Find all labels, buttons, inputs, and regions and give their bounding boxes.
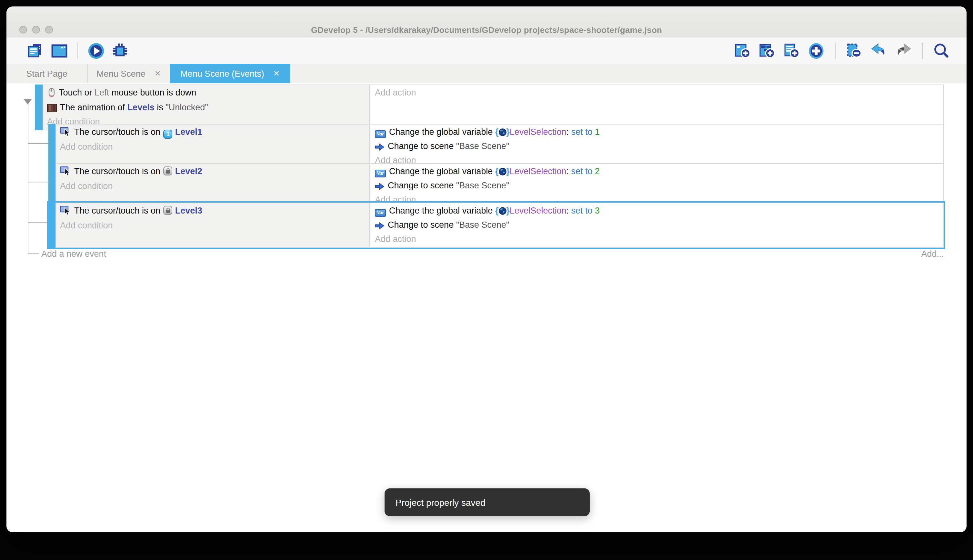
action-text: Change the global variable [389,167,495,176]
cursor-icon [60,127,71,140]
condition-text: is [155,102,166,112]
tree-line [28,253,39,253]
variable-name: LevelSelection [510,206,566,215]
condition-text: The cursor/touch is on [74,206,163,215]
event-level3[interactable]: The cursor/touch is on Level3 Add condit… [48,203,944,247]
add-action-link[interactable]: Add action [375,87,943,99]
event-marker-bar [48,163,55,208]
tree-line [28,183,48,183]
play-icon[interactable] [88,43,105,59]
action-row[interactable]: Change to scene "Base Scene" [375,179,943,193]
action-row[interactable]: VarChange the global variable {}LevelSel… [375,205,943,218]
change-scene-icon [375,220,385,233]
event-root[interactable]: Touch or Left mouse button is down The a… [35,85,944,130]
project-manager-icon[interactable] [27,43,44,59]
close-tab-icon[interactable]: ✕ [155,69,161,78]
search-icon[interactable] [933,43,950,59]
tab-menu-scene-events[interactable]: Menu Scene (Events) ✕ [170,64,290,83]
operator-text: set to [571,167,595,176]
sprite-thumbnail-icon [47,103,57,115]
action-text: Change the global variable [389,127,495,137]
change-scene-icon [375,181,385,193]
mouse-icon [47,88,55,101]
toast-notification: Project properly saved [385,488,590,516]
conditions-column: The cursor/touch is on Level2 Add condit… [56,164,370,207]
condition-row[interactable]: The cursor/touch is on Level3 [60,205,369,219]
object-name: Level3 [175,206,202,215]
add-event-icon[interactable] [734,43,751,59]
condition-row[interactable]: The cursor/touch is on Level2 [60,165,369,180]
scene-editor-icon[interactable] [51,43,68,59]
tree-line [28,222,48,223]
condition-row[interactable]: Touch or Left mouse button is down [47,87,369,101]
lock-icon [163,206,173,215]
condition-param: Left [95,88,109,97]
tree-line [28,143,48,144]
add-subevent-icon[interactable] [759,43,776,59]
action-row[interactable]: VarChange the global variable {}LevelSel… [375,126,943,140]
variable-icon: Var [375,209,386,217]
redo-icon[interactable] [895,43,912,59]
add-new-icon[interactable] [808,43,825,59]
add-condition-link[interactable]: Add condition [60,140,369,153]
tab-menu-scene[interactable]: Menu Scene ✕ [88,64,170,83]
undo-icon[interactable] [870,43,887,59]
scene-name: "Base Scene" [456,220,510,229]
gdevelop-window: GDevelop 5 - /Users/dkarakay/Documents/G… [7,7,966,532]
condition-text: The cursor/touch is on [74,167,163,176]
add-new-event-link[interactable]: Add a new event [41,249,106,259]
toolbar-separator [77,43,78,59]
tab-label: Menu Scene (Events) [180,69,264,78]
event-level2[interactable]: The cursor/touch is on Level2 Add condit… [48,163,944,208]
actions-column: VarChange the global variable {}LevelSel… [370,125,943,168]
action-row[interactable]: Change to scene "Base Scene" [375,218,943,233]
level-number-badge-icon: 1 [163,130,173,139]
add-more-link[interactable]: Add... [921,249,944,259]
toolbar-separator [922,43,923,59]
tab-bar: Start Page Menu Scene ✕ Menu Scene (Even… [7,64,966,83]
event-marker-bar [48,124,55,169]
scene-name: "Base Scene" [456,141,510,151]
event-marker-bar [48,203,55,247]
change-scene-icon [375,142,385,154]
condition-value: "Unlocked" [165,102,208,112]
object-name: Levels [127,102,155,112]
event-level1[interactable]: The cursor/touch is on 1Level1 Add condi… [48,124,944,169]
add-condition-link[interactable]: Add condition [60,219,369,232]
close-tab-icon[interactable]: ✕ [273,69,280,78]
value-text: 3 [595,206,600,215]
main-toolbar [7,38,966,64]
globe-icon [498,167,506,179]
condition-text: The cursor/touch is on [74,127,163,137]
add-condition-link[interactable]: Add condition [60,180,369,192]
debug-icon[interactable] [112,43,128,59]
condition-text: Touch or [59,88,95,97]
delete-event-icon[interactable] [846,43,863,59]
action-text: Change the global variable [389,206,495,215]
add-action-link[interactable]: Add action [375,233,943,245]
cursor-icon [60,206,71,219]
operator-text: set to [571,206,595,215]
window-title: GDevelop 5 - /Users/dkarakay/Documents/G… [7,25,966,35]
condition-row[interactable]: The cursor/touch is on 1Level1 [60,126,369,140]
tab-start-page[interactable]: Start Page [7,64,88,83]
scene-name: "Base Scene" [456,180,510,190]
condition-text: The animation of [60,102,127,112]
action-row[interactable]: VarChange the global variable {}LevelSel… [375,165,943,179]
action-row[interactable]: Change to scene "Base Scene" [375,140,943,154]
global-variable-icon: { [495,206,499,215]
add-comment-icon[interactable] [783,43,800,59]
title-bar: GDevelop 5 - /Users/dkarakay/Documents/G… [7,7,966,37]
value-text: 1 [595,127,600,137]
action-text: Change to scene [388,180,456,190]
events-sheet: Touch or Left mouse button is down The a… [7,83,966,532]
lock-icon [163,167,173,175]
variable-icon: Var [375,130,386,138]
action-text: : [566,127,571,137]
condition-row[interactable]: The animation of Levels is "Unlocked" [47,101,369,115]
actions-column: VarChange the global variable {}LevelSel… [370,203,943,247]
event-marker-bar [35,85,43,130]
variable-name: LevelSelection [510,127,566,137]
global-variable-icon: } [506,127,510,137]
value-text: 2 [595,167,600,176]
